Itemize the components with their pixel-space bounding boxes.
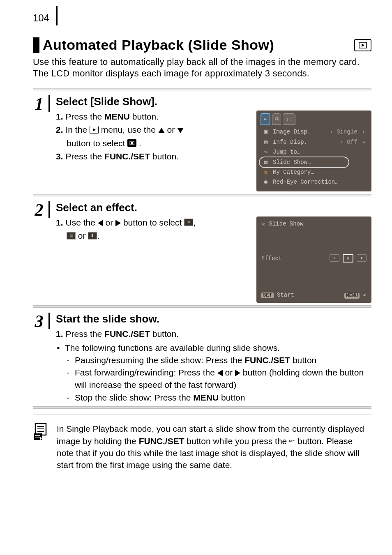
lcd-menu-item: ▤Info Disp.‹ Off▸ [256,137,371,147]
svg-rect-4 [131,142,133,144]
step-instructions: 1. Press the MENU button. 2. In the menu… [56,111,249,191]
lcd-screenshot-2: ✲Slide Show Effect ✕ ▤ ▮ SET Start MENU … [256,216,371,303]
left-arrow-icon [217,370,223,376]
effect-off-icon: ✕ [184,219,193,226]
page-number-area: 104 [33,7,58,25]
step-3: 3 Start the slide show. 1. Press the FUN… [33,313,371,404]
svg-rect-13 [290,440,292,442]
step-number: 3 [33,313,50,329]
step-1: 1 Select [Slide Show]. 1. Press the MENU… [33,95,371,191]
lcd-menu-badge: MENU [344,293,360,299]
divider [33,194,371,196]
section-title: Automated Playback (Slide Show) [43,37,274,53]
lcd-menu-item: ↪Jump to… [256,147,371,157]
step-instructions: 1. Press the FUNC./SET button. •The foll… [56,328,371,404]
lcd-tab-tools: ꜟꜟ [283,113,295,125]
up-arrow-icon [158,128,165,133]
step-heading: Select [Slide Show]. [56,95,371,108]
steps-container: 1 Select [Slide Show]. 1. Press the MENU… [33,88,371,471]
lcd-menu-item: ✿My Category… [256,167,371,177]
step-2: 2 Select an effect. 1. Use the or button… [33,201,371,303]
note-text: In Single Playback mode, you can start a… [57,423,371,471]
print-share-icon [289,437,295,444]
section-intro: Use this feature to automatically play b… [33,56,371,79]
svg-marker-1 [362,44,364,47]
playback-menu-icon [90,126,99,134]
effect-scroll-icon: ▮ [88,232,97,240]
section-title-row: Automated Playback (Slide Show) [33,37,371,53]
lcd-effect-label: Effect [261,255,286,262]
step-heading: Select an effect. [56,201,371,214]
lcd-effect-opt-scroll: ▮ [357,254,367,262]
step-number: 2 [33,201,50,218]
note-block: In Single Playback mode, you can start a… [33,423,371,471]
page-number: 104 [33,6,58,25]
step-instructions: 1. Use the or button to select ✕, [56,216,249,303]
lcd-set-badge: SET [261,292,274,298]
left-arrow-icon [98,220,103,226]
slideshow-menu-icon [127,139,136,147]
step-heading: Start the slide show. [56,313,371,325]
effect-fade-icon: ▤ [67,232,76,240]
right-arrow-icon [235,370,240,376]
divider [33,406,371,409]
lcd-effect-opt-fade: ▤ [343,254,353,263]
lcd-menu-item-selected: ▦Slide Show… [256,157,371,167]
right-arrow-icon [115,220,121,226]
lcd-screenshot-1: ▸ ⎙ ꜟꜟ ▣Image Disp.‹ Single▸ ▤Info Disp.… [256,111,371,191]
lcd-slideshow-icon: ✲ [261,221,265,228]
note-icon [33,423,49,442]
lcd-menu-item: ▣Image Disp.‹ Single▸ [256,127,371,137]
step-number: 1 [33,95,50,112]
lcd-tab-print: ⎙ [272,113,281,125]
divider [33,88,371,90]
svg-marker-2 [93,128,96,131]
lcd-effect-opt-off: ✕ [330,254,339,262]
title-accent-bar [33,37,39,53]
lcd-tab-playback: ▸ [261,113,270,125]
playback-mode-icon [354,39,371,51]
divider [33,305,371,308]
lcd-menu-item: ◉Red-Eye Correction… [256,177,371,187]
divider [33,414,371,415]
down-arrow-icon [177,128,184,133]
